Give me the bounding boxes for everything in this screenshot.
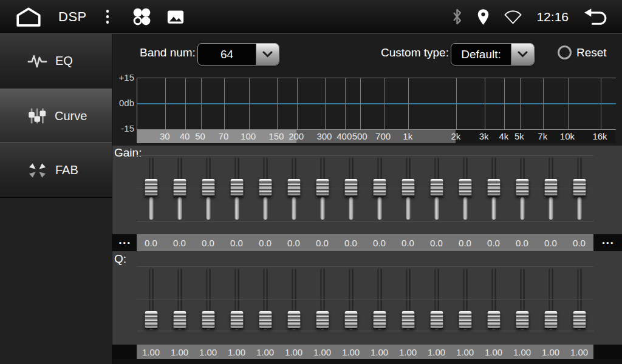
slider-knob[interactable] [344,311,357,329]
slider-knob[interactable] [573,179,586,197]
gallery-icon[interactable] [166,9,185,25]
band-num-dropdown[interactable]: 64 [197,43,279,66]
gain-slider-15[interactable] [544,156,558,221]
gain-slider-13[interactable] [487,156,501,221]
gain-slider-16[interactable] [573,156,586,221]
home-icon[interactable] [15,7,43,27]
plot-gridline [277,78,278,129]
freq-tick-label: 5k [514,130,524,143]
custom-type-dropdown[interactable]: Default: [451,43,535,66]
q-slider-4[interactable] [230,267,244,331]
freq-axis[interactable]: 304050701001502003004005007001k2k3k4k5k7… [137,130,615,143]
clover-apps-icon[interactable] [131,5,153,28]
slider-knob[interactable] [145,179,157,197]
slider-knob[interactable] [544,179,557,197]
slider-knob[interactable] [344,179,357,197]
chevron-down-icon[interactable] [256,44,279,65]
q-value: 1.00 [565,345,593,359]
more-bands-left-button[interactable]: ▪▪▪ [112,234,137,251]
plot-gridline [543,78,544,129]
gain-slider-1[interactable] [145,156,158,221]
q-slider-9[interactable] [373,267,386,331]
slider-knob[interactable] [402,311,414,329]
slider-knob[interactable] [202,311,214,329]
slider-knob[interactable] [173,311,186,329]
slider-knob[interactable] [259,179,272,197]
q-slider-16[interactable] [573,267,586,331]
gain-value-row: ▪▪▪ 0.00.00.00.00.00.00.00.00.00.00.00.0… [112,234,622,251]
q-slider-6[interactable] [287,267,301,331]
slider-knob[interactable] [516,179,528,197]
sidebar-item-eq[interactable]: EQ [0,34,112,89]
slider-knob[interactable] [516,311,528,329]
gain-slider-14[interactable] [516,156,529,221]
gain-slider-12[interactable] [459,156,472,221]
gain-slider-9[interactable] [373,156,386,221]
kebab-menu-icon[interactable] [104,7,112,26]
slider-knob[interactable] [287,179,300,197]
q-slider-2[interactable] [173,267,186,331]
slider-knob[interactable] [259,311,272,329]
slider-track-upper [520,268,524,311]
slider-knob[interactable] [487,179,500,197]
slider-track-upper [577,268,581,311]
slider-track-upper [149,268,153,311]
gain-slider-11[interactable] [430,156,443,221]
slider-knob[interactable] [487,311,500,329]
gain-slider-6[interactable] [287,156,301,221]
q-slider-15[interactable] [544,267,558,331]
slider-knob[interactable] [459,179,471,197]
sidebar-item-curve[interactable]: Curve [0,89,112,143]
gain-slider-3[interactable] [202,156,215,221]
slider-knob[interactable] [316,311,329,329]
gain-slider-7[interactable] [316,156,329,221]
q-slider-10[interactable] [402,267,415,331]
slider-knob[interactable] [287,311,300,329]
slider-knob[interactable] [316,179,329,197]
plot-area[interactable] [137,78,616,130]
gain-slider-8[interactable] [344,156,358,221]
q-slider-1[interactable] [145,267,158,331]
q-slider-13[interactable] [487,267,501,331]
slider-knob[interactable] [544,311,557,329]
gain-slider-5[interactable] [259,156,272,221]
plot-gridline [360,78,361,129]
sidebar-item-fab[interactable]: FAB [0,143,112,198]
q-slider-3[interactable] [202,267,215,331]
slider-knob[interactable] [373,311,386,329]
plot-gridline [485,78,485,129]
gain-slider-10[interactable] [402,156,415,221]
location-icon [477,8,490,25]
q-slider-11[interactable] [430,267,443,331]
q-slider-7[interactable] [316,267,329,331]
freq-tick-label: 100 [241,130,256,143]
gain-value: 0.0 [337,234,365,251]
slider-knob[interactable] [459,311,471,329]
slider-knob[interactable] [173,179,186,197]
slider-knob[interactable] [373,179,386,197]
slider-knob[interactable] [230,179,243,197]
back-arrow-icon[interactable] [583,7,610,26]
slider-knob[interactable] [145,311,157,329]
slider-knob[interactable] [573,311,586,329]
slider-knob[interactable] [402,179,414,197]
q-slider-8[interactable] [344,267,358,331]
chevron-down-icon[interactable] [511,44,534,65]
q-more-right-button[interactable] [593,345,622,359]
sidebar-item-label: EQ [55,54,73,68]
q-value: 1.00 [536,345,565,359]
slider-knob[interactable] [230,311,243,329]
slider-channel [308,156,337,221]
slider-knob[interactable] [202,179,214,197]
slider-knob[interactable] [430,179,443,197]
reset-radio-button[interactable] [558,46,572,59]
gain-slider-2[interactable] [173,156,186,221]
slider-knob[interactable] [430,311,443,329]
q-more-left-button[interactable] [112,345,137,359]
q-slider-12[interactable] [459,267,472,331]
gain-slider-4[interactable] [230,156,244,221]
more-bands-right-button[interactable]: ▪▪▪ [593,234,622,251]
eq-curve-line [137,103,616,104]
q-slider-14[interactable] [516,267,529,331]
q-slider-5[interactable] [259,267,272,331]
